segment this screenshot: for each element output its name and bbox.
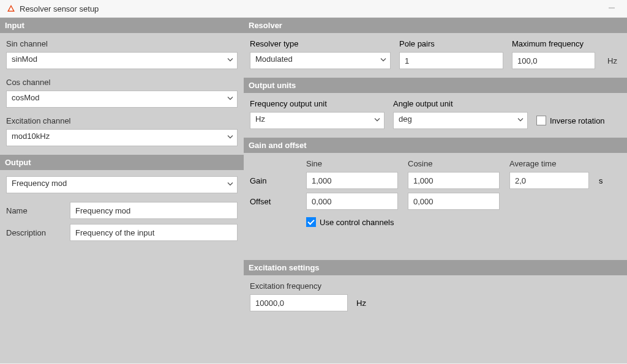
average-time-field[interactable] [509,172,589,189]
excitation-settings-header: Excitation settings [244,260,627,275]
output-units-header: Output units [244,78,627,93]
sine-column-label: Sine [306,159,398,168]
use-control-channels-checkbox[interactable] [306,217,316,227]
excitation-channel-select[interactable]: mod10kHz [6,129,238,146]
angle-output-unit-label: Angle output unit [393,99,528,108]
minimize-button[interactable] [603,4,621,13]
sin-channel-select[interactable]: sinMod [6,52,238,69]
excitation-frequency-field[interactable] [250,294,348,311]
excitation-frequency-unit: Hz [356,299,366,308]
sin-channel-label: Sin channel [6,39,238,48]
max-frequency-field[interactable] [512,52,595,69]
use-control-channels-label: Use control channels [320,218,394,227]
description-field[interactable] [70,224,238,241]
frequency-output-unit-select[interactable]: Hz [250,112,385,129]
resolver-type-select[interactable]: Modulated [250,52,391,69]
max-frequency-label: Maximum frequency [512,39,595,48]
name-field[interactable] [70,202,238,219]
left-panel: Input Sin channel sinMod Cos channel cos… [0,18,244,363]
pole-pairs-label: Pole pairs [399,39,503,48]
gain-row-label: Gain [250,176,296,185]
angle-output-unit-select[interactable]: deg [393,112,528,129]
window-title: Resolver sensor setup [20,4,99,13]
pole-pairs-field[interactable] [399,52,503,69]
offset-sine-field[interactable] [306,193,398,210]
average-time-label: Average time [509,159,589,168]
excitation-frequency-label: Excitation frequency [250,281,391,291]
cosine-column-label: Cosine [408,159,500,168]
output-section-header: Output [0,155,244,170]
offset-row-label: Offset [250,197,296,206]
inverse-rotation-label: Inverse rotation [550,116,605,125]
cos-channel-select[interactable]: cosMod [6,91,238,108]
inverse-rotation-checkbox[interactable] [536,116,546,125]
resolver-type-label: Resolver type [250,39,391,48]
max-frequency-unit: Hz [607,56,621,65]
name-label: Name [6,206,61,215]
description-label: Description [6,228,61,237]
output-select[interactable]: Frequency mod [6,176,238,193]
frequency-output-unit-label: Frequency output unit [250,99,385,108]
gain-sine-field[interactable] [306,172,398,189]
gain-cosine-field[interactable] [408,172,500,189]
average-time-unit: s [599,176,611,185]
gain-offset-header: Gain and offset [244,138,627,153]
right-panel: Resolver Resolver type Pole pairs Maximu… [244,18,627,363]
resolver-section-header: Resolver [244,18,627,33]
offset-cosine-field[interactable] [408,193,500,210]
cos-channel-label: Cos channel [6,78,238,87]
title-bar: Resolver sensor setup [0,0,627,18]
input-section-header: Input [0,18,244,33]
excitation-channel-label: Excitation channel [6,116,238,125]
app-icon [6,4,16,13]
